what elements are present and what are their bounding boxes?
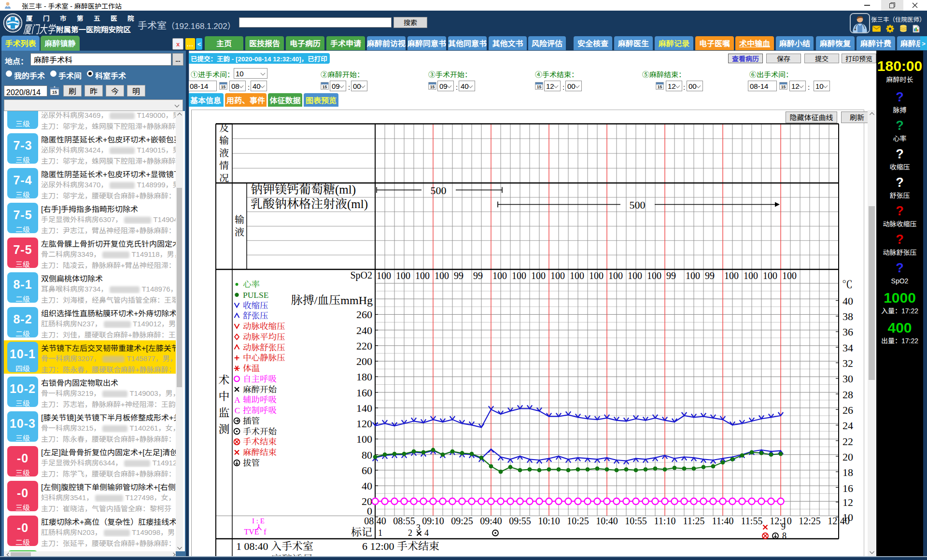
svg-text:输: 输 <box>235 212 244 226</box>
svg-text:34: 34 <box>843 339 853 354</box>
svg-text:09:10: 09:10 <box>422 513 444 527</box>
svg-text:10:40: 10:40 <box>596 513 618 527</box>
svg-text:200: 200 <box>356 353 372 368</box>
svg-text:况: 况 <box>219 170 229 184</box>
svg-text:标记: 标记 <box>351 524 372 539</box>
svg-text:99: 99 <box>666 268 676 282</box>
svg-text:℃: ℃ <box>842 276 853 291</box>
svg-text:120: 120 <box>356 415 372 430</box>
svg-text:拔管: 拔管 <box>243 456 260 468</box>
svg-text:2 08:55 麻醉诱导: 2 08:55 麻醉诱导 <box>236 551 313 556</box>
svg-text:乳酸钠林格注射液(ml): 乳酸钠林格注射液(ml) <box>251 194 368 211</box>
svg-text:15: 15 <box>221 84 226 89</box>
svg-text:100: 100 <box>356 431 372 446</box>
svg-text:180: 180 <box>356 368 372 383</box>
svg-text:11:55: 11:55 <box>741 513 763 527</box>
svg-text:中: 中 <box>219 388 230 404</box>
svg-text:100: 100 <box>744 268 758 282</box>
svg-text:500: 500 <box>630 196 646 211</box>
svg-text:11:25: 11:25 <box>683 513 705 527</box>
svg-text:15: 15 <box>323 84 327 89</box>
svg-text:TVE: TVE <box>244 526 259 537</box>
svg-text:10:25: 10:25 <box>567 513 589 527</box>
svg-text:18: 18 <box>843 464 853 479</box>
svg-text:40: 40 <box>843 293 853 308</box>
svg-text:100: 100 <box>531 268 546 282</box>
svg-text:11:40: 11:40 <box>712 513 734 527</box>
svg-text:240: 240 <box>356 322 372 337</box>
svg-text:4: 4 <box>424 526 429 538</box>
svg-text:6 12:00 手术结束: 6 12:00 手术结束 <box>362 538 439 553</box>
svg-text:28: 28 <box>843 386 853 401</box>
svg-text:80: 80 <box>362 447 372 462</box>
svg-text:液: 液 <box>235 224 244 238</box>
svg-text:99: 99 <box>705 268 715 282</box>
svg-text:100: 100 <box>608 268 623 282</box>
svg-text:100: 100 <box>724 268 739 282</box>
svg-text:液: 液 <box>219 145 229 159</box>
svg-text:15: 15 <box>537 84 542 89</box>
svg-text:100: 100 <box>550 268 565 282</box>
svg-text:100: 100 <box>415 268 430 282</box>
svg-text:测: 测 <box>219 420 230 436</box>
svg-text:术: 术 <box>219 371 230 387</box>
svg-text:09:40: 09:40 <box>480 513 502 527</box>
svg-text:100: 100 <box>492 268 507 282</box>
svg-text:140: 140 <box>356 400 372 415</box>
svg-text:160: 160 <box>356 384 372 399</box>
svg-text:10:10: 10:10 <box>538 513 560 527</box>
svg-text:99: 99 <box>454 268 464 282</box>
svg-text:100: 100 <box>435 268 449 282</box>
svg-text:12: 12 <box>843 494 853 509</box>
svg-text:38: 38 <box>843 308 853 323</box>
svg-text:60: 60 <box>362 462 372 477</box>
svg-text:500: 500 <box>431 182 447 197</box>
svg-text:1: 1 <box>378 526 382 538</box>
svg-text:16: 16 <box>843 480 853 495</box>
svg-text:f: f <box>264 526 267 537</box>
svg-text:15: 15 <box>430 84 435 89</box>
svg-text:100: 100 <box>512 268 526 282</box>
svg-text:情: 情 <box>219 158 229 172</box>
svg-text:100: 100 <box>686 268 700 282</box>
svg-text:11:10: 11:10 <box>654 513 676 527</box>
svg-text:20: 20 <box>843 448 853 463</box>
svg-text:220: 220 <box>356 337 372 352</box>
svg-text:10:55: 10:55 <box>625 513 647 527</box>
svg-text:24: 24 <box>843 417 853 432</box>
svg-text:30: 30 <box>843 370 853 385</box>
svg-text:100: 100 <box>377 268 391 282</box>
svg-text:15: 15 <box>781 84 786 89</box>
svg-text:监: 监 <box>219 404 230 420</box>
svg-text:2: 2 <box>408 526 412 538</box>
svg-text:09:25: 09:25 <box>451 513 473 527</box>
svg-text:15: 15 <box>658 84 662 89</box>
svg-text:12:25: 12:25 <box>799 513 821 527</box>
svg-text:22: 22 <box>843 433 853 448</box>
svg-text:100: 100 <box>570 268 584 282</box>
svg-text:15: 15 <box>52 89 57 95</box>
svg-text:I : E: I : E <box>252 515 265 525</box>
svg-text:100: 100 <box>782 268 797 282</box>
svg-text:12:40: 12:40 <box>828 513 850 527</box>
svg-text:输: 输 <box>219 133 229 147</box>
svg-text:100: 100 <box>763 268 777 282</box>
svg-text:12:10: 12:10 <box>770 513 792 527</box>
svg-text:100: 100 <box>396 268 410 282</box>
svg-text:C: C <box>235 404 240 416</box>
svg-text:40: 40 <box>362 477 372 492</box>
svg-text:8: 8 <box>782 529 787 541</box>
svg-text:SpO2: SpO2 <box>350 267 372 281</box>
svg-text:100: 100 <box>628 268 642 282</box>
svg-text:3: 3 <box>416 520 421 533</box>
svg-text:26: 26 <box>843 402 853 417</box>
svg-text:260: 260 <box>356 306 372 321</box>
svg-text:99: 99 <box>473 268 483 282</box>
svg-text:100: 100 <box>589 268 604 282</box>
svg-text:32: 32 <box>843 355 853 370</box>
svg-text:脉搏/血压mmHg: 脉搏/血压mmHg <box>291 291 373 308</box>
svg-text:08:55: 08:55 <box>393 513 415 527</box>
svg-text:09:55: 09:55 <box>509 513 531 527</box>
svg-text:36: 36 <box>843 323 853 338</box>
svg-text:100: 100 <box>647 268 661 282</box>
